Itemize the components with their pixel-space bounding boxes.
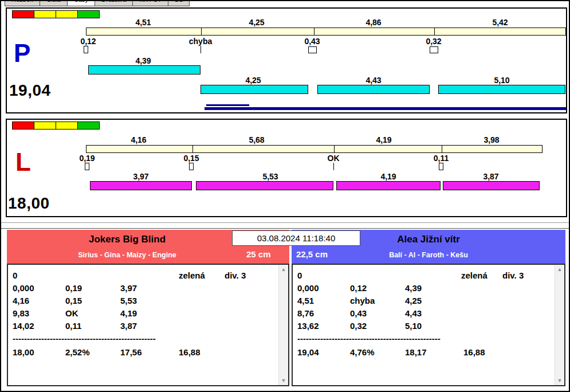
crossing-label: 0,15 xyxy=(183,154,199,163)
total-time: 19,04 xyxy=(297,347,319,357)
scrollbar[interactable]: ▲ ▼ xyxy=(278,265,288,385)
split-divider xyxy=(314,28,315,35)
team-left-lineup: Sirius - Gina - Maizy - Engine xyxy=(7,251,247,259)
table-cell: 5,53 xyxy=(120,296,137,305)
tab-druzstva[interactable]: Družstva xyxy=(95,1,133,6)
crossing-label: 0,11 xyxy=(434,154,449,163)
table-cell: 4,19 xyxy=(120,308,137,318)
split-time-label: 5,42 xyxy=(492,18,508,27)
crossing-label: chyba xyxy=(189,37,212,46)
tab-rozbeh[interactable]: Rozběh xyxy=(5,1,40,6)
table-cell: 9,83 xyxy=(13,308,29,318)
dog-run-bar xyxy=(201,85,308,94)
app-window: Rozběh Čidla Časy Družstva KK / ČT DL 4,… xyxy=(0,0,570,392)
legend-red-box xyxy=(12,10,34,18)
table-cell: 4,25 xyxy=(405,296,422,305)
scroll-down-icon[interactable]: ▼ xyxy=(555,376,564,385)
split-time-label: 5,68 xyxy=(249,135,264,144)
tab-cidla[interactable]: Čidla xyxy=(40,1,68,6)
crossing-label: OK xyxy=(328,154,340,163)
table-cell: 0,43 xyxy=(350,308,367,318)
split-time-label: 4,25 xyxy=(249,18,264,27)
table-divider-dashes: ----------------------------------------… xyxy=(297,334,441,343)
table-cell: 0,32 xyxy=(350,321,367,331)
light-status: zelená xyxy=(179,271,205,280)
crossing-label: 0,32 xyxy=(426,37,441,46)
split-divider xyxy=(442,146,442,152)
split-time-label: 3,98 xyxy=(483,135,499,144)
lane-p-split-bar xyxy=(86,28,566,36)
table-cell: OK xyxy=(65,308,78,318)
dog-run-bar xyxy=(438,85,565,94)
lane-p-total-time: 19,04 xyxy=(9,81,51,100)
split-time-label: 4,19 xyxy=(376,135,391,144)
table-cell: 0,000 xyxy=(13,283,34,293)
table-cell: 3,87 xyxy=(120,321,137,331)
table-cell: 0,000 xyxy=(297,283,319,293)
total-best-time: 16,88 xyxy=(463,347,485,357)
dog-time-label: 4,25 xyxy=(245,76,261,85)
crossing-marker xyxy=(85,163,89,170)
crossing-marker xyxy=(189,163,194,170)
crossing-marker xyxy=(308,46,317,53)
dog-run-bar xyxy=(317,85,430,94)
table-cell: 0,15 xyxy=(65,296,82,305)
total-penalty-pct: 2,52% xyxy=(65,347,90,357)
lane-p-panel: 4,51 4,25 4,86 5,42 0,12 chyba 0,43 0,32… xyxy=(6,7,567,113)
dog-time-label: 5,10 xyxy=(494,76,509,85)
separator-line xyxy=(1,228,569,229)
legend-yellow-box xyxy=(56,10,78,18)
table-cell: 13,62 xyxy=(297,321,319,331)
total-net-time: 17,56 xyxy=(120,347,142,357)
dog-time-label: 3,87 xyxy=(483,172,498,181)
table-cell: 4,39 xyxy=(405,283,422,293)
legend-yellow-box xyxy=(34,10,56,18)
split-divider xyxy=(334,146,335,152)
dog-run-bar xyxy=(196,181,333,190)
total-best-time: 16,88 xyxy=(179,347,201,357)
table-cell: 0,19 xyxy=(65,283,82,293)
split-time-label: 4,16 xyxy=(131,135,146,144)
start-value: 0 xyxy=(297,271,302,280)
legend-yellow-box xyxy=(56,121,78,130)
team-right-lineup: Balí - Al - Faroth - Kešu xyxy=(292,251,565,259)
dog-run-bar xyxy=(90,181,192,190)
lane-l-letter: L xyxy=(15,150,31,175)
legend-yellow-box xyxy=(34,121,56,130)
tab-dl[interactable]: DL xyxy=(168,1,190,6)
table-divider-dashes: ----------------------------------------… xyxy=(13,334,156,343)
crossing-label: 0,43 xyxy=(304,37,320,46)
scroll-up-icon[interactable]: ▲ xyxy=(555,265,564,274)
start-value: 0 xyxy=(13,271,17,280)
lane-p-letter: P xyxy=(14,41,30,66)
scroll-down-icon[interactable]: ▼ xyxy=(279,376,288,385)
table-cell: chyba xyxy=(350,296,375,305)
team-left-result-table: 0 zelená div. 3 0,000 0,19 3,97 4,16 0,1… xyxy=(7,264,289,386)
lane-l-panel: 4,16 5,68 4,19 3,98 0,19 0,15 OK 0,11 L … xyxy=(6,119,567,217)
legend-green-box xyxy=(77,121,100,130)
table-cell: 0,12 xyxy=(350,283,367,293)
total-penalty-pct: 4,76% xyxy=(350,347,375,357)
dog-run-bar xyxy=(336,181,441,190)
dog-run-bar xyxy=(88,65,201,75)
lane-l-status-legend xyxy=(13,121,100,130)
split-divider xyxy=(434,28,435,35)
dog-time-label: 5,53 xyxy=(262,172,278,181)
separator-line xyxy=(1,222,569,223)
lane-l-split-bar xyxy=(86,145,543,153)
crossing-marker xyxy=(84,46,88,53)
dog-run-bar xyxy=(443,181,540,190)
table-cell: 8,76 xyxy=(297,308,314,318)
tab-kk-ct[interactable]: KK / ČT xyxy=(133,1,168,6)
dog-time-label: 4,39 xyxy=(135,56,151,65)
scrollbar[interactable]: ▲ ▼ xyxy=(555,265,564,385)
division-label: div. 3 xyxy=(502,271,524,280)
progress-line-short xyxy=(206,104,249,106)
legend-red-box xyxy=(12,121,34,130)
crossing-marker xyxy=(439,163,443,170)
scroll-up-icon[interactable]: ▲ xyxy=(279,265,288,274)
light-status: zelená xyxy=(461,271,488,280)
tab-casy-selected[interactable]: Časy xyxy=(68,1,95,6)
tab-bar: Rozběh Čidla Časy Družstva KK / ČT DL xyxy=(5,1,325,6)
crossing-marker xyxy=(201,46,201,53)
